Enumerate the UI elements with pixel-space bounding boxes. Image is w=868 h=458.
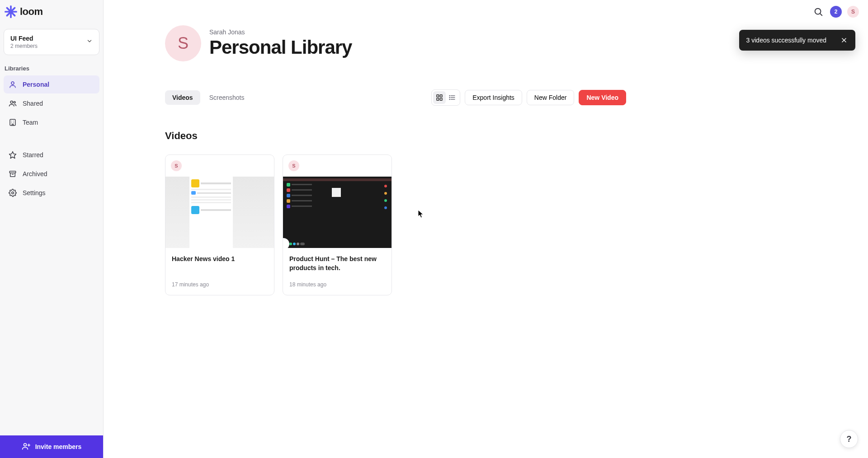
view-toggle bbox=[431, 89, 460, 106]
main: S Sarah Jonas Personal Library Videos Sc… bbox=[104, 0, 868, 458]
svg-rect-8 bbox=[10, 119, 15, 126]
grid-icon bbox=[436, 94, 443, 101]
workspace-selector[interactable]: UI Feed 2 members bbox=[4, 29, 99, 55]
svg-point-29 bbox=[449, 95, 450, 96]
page-title: Personal Library bbox=[209, 37, 352, 58]
video-card[interactable]: S bbox=[283, 154, 392, 295]
sidebar: loom UI Feed 2 members Libraries Persona… bbox=[0, 0, 104, 458]
svg-point-6 bbox=[10, 101, 13, 103]
page-header: S Sarah Jonas Personal Library bbox=[165, 25, 626, 61]
primary-nav: Personal Shared Team bbox=[0, 75, 103, 132]
svg-rect-14 bbox=[9, 171, 16, 173]
page-avatar-initial: S bbox=[178, 34, 189, 53]
sidebar-item-label: Shared bbox=[23, 100, 43, 107]
toast: 3 videos successfully moved bbox=[739, 30, 855, 51]
tab-videos[interactable]: Videos bbox=[165, 90, 200, 105]
card-avatar-initial: S bbox=[175, 163, 178, 168]
svg-marker-13 bbox=[9, 152, 16, 159]
owner-name: Sarah Jonas bbox=[209, 28, 352, 36]
svg-point-31 bbox=[449, 99, 450, 99]
close-icon bbox=[841, 37, 847, 43]
sidebar-item-label: Personal bbox=[23, 81, 49, 88]
toast-close-button[interactable] bbox=[840, 36, 848, 44]
sidebar-item-settings[interactable]: Settings bbox=[4, 184, 99, 202]
new-folder-button[interactable]: New Folder bbox=[527, 90, 575, 105]
tab-screenshots[interactable]: Screenshots bbox=[202, 90, 252, 105]
svg-point-17 bbox=[24, 443, 26, 446]
video-thumbnail bbox=[165, 177, 274, 248]
svg-rect-22 bbox=[437, 95, 439, 97]
card-avatar-initial: S bbox=[292, 163, 295, 168]
toast-message: 3 videos successfully moved bbox=[746, 37, 826, 44]
grid-view-button[interactable] bbox=[433, 91, 446, 104]
video-card[interactable]: S Hacker News video 1 bbox=[165, 154, 274, 295]
help-icon: ? bbox=[847, 435, 852, 444]
building-icon bbox=[8, 118, 17, 127]
workspace-members: 2 members bbox=[10, 43, 38, 49]
sidebar-item-label: Settings bbox=[23, 189, 46, 196]
svg-point-5 bbox=[11, 82, 14, 84]
sidebar-item-personal[interactable]: Personal bbox=[4, 75, 99, 93]
svg-point-7 bbox=[14, 102, 15, 103]
svg-point-30 bbox=[449, 97, 450, 98]
video-timestamp: 17 minutes ago bbox=[172, 281, 268, 288]
svg-rect-25 bbox=[440, 98, 443, 100]
person-icon bbox=[8, 80, 17, 89]
list-view-button[interactable] bbox=[446, 91, 458, 104]
sidebar-item-label: Team bbox=[23, 119, 38, 126]
people-icon bbox=[8, 99, 17, 108]
new-video-button[interactable]: New Video bbox=[579, 90, 626, 105]
logo[interactable]: loom bbox=[0, 0, 103, 21]
page-avatar: S bbox=[165, 25, 201, 61]
svg-rect-24 bbox=[437, 98, 439, 100]
sidebar-item-archived[interactable]: Archived bbox=[4, 165, 99, 183]
sidebar-item-team[interactable]: Team bbox=[4, 113, 99, 131]
list-icon bbox=[448, 94, 456, 101]
invite-icon bbox=[22, 442, 31, 452]
logo-text: loom bbox=[20, 6, 43, 18]
video-title: Hacker News video 1 bbox=[172, 254, 268, 273]
sidebar-item-label: Starred bbox=[23, 151, 43, 159]
invite-members-button[interactable]: Invite members bbox=[0, 435, 103, 458]
archive-icon bbox=[8, 169, 17, 178]
chevron-down-icon bbox=[86, 38, 93, 46]
video-grid: S Hacker News video 1 bbox=[165, 154, 626, 295]
invite-members-label: Invite members bbox=[35, 443, 82, 450]
toolbar: Videos Screenshots Export Insights New F… bbox=[165, 89, 626, 106]
sidebar-item-label: Archived bbox=[23, 170, 47, 178]
svg-point-16 bbox=[12, 192, 14, 194]
sidebar-item-starred[interactable]: Starred bbox=[4, 146, 99, 164]
star-icon bbox=[8, 150, 17, 159]
export-insights-button[interactable]: Export Insights bbox=[465, 90, 522, 105]
svg-point-4 bbox=[9, 9, 13, 14]
video-title: Product Hunt – The best new products in … bbox=[289, 254, 385, 273]
svg-rect-23 bbox=[440, 95, 443, 97]
section-heading: Videos bbox=[165, 130, 626, 142]
card-avatar: S bbox=[171, 160, 182, 171]
video-timestamp: 18 minutes ago bbox=[289, 281, 385, 288]
card-avatar: S bbox=[288, 160, 299, 171]
sidebar-section-label: Libraries bbox=[0, 55, 103, 75]
secondary-nav: Starred Archived Settings bbox=[0, 145, 103, 203]
gear-icon bbox=[8, 188, 17, 197]
sidebar-item-shared[interactable]: Shared bbox=[4, 94, 99, 112]
loom-logo-icon bbox=[5, 5, 17, 18]
workspace-name: UI Feed bbox=[10, 35, 38, 42]
video-thumbnail bbox=[283, 177, 392, 248]
help-button[interactable]: ? bbox=[840, 430, 858, 448]
